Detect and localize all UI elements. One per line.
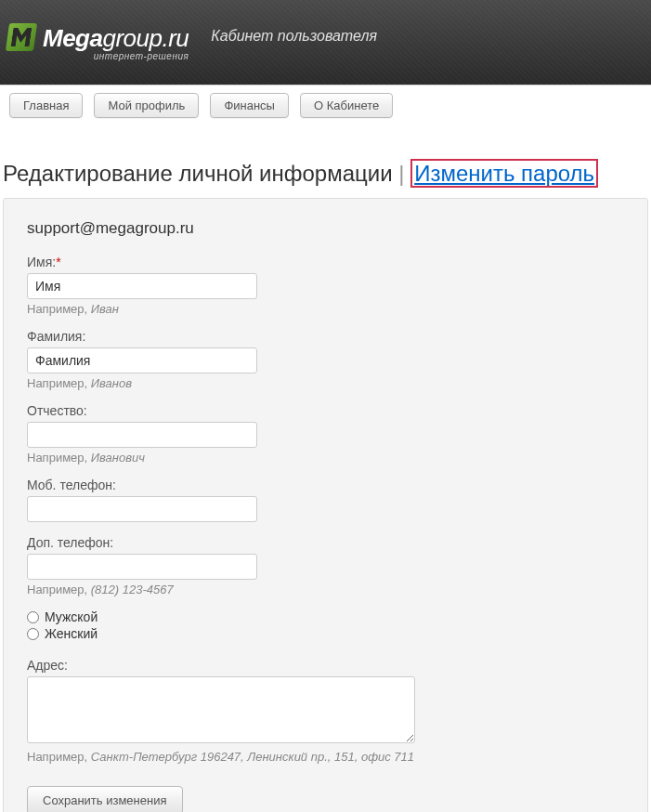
patronymic-group: Отчество: Например, Иванович [27, 403, 624, 465]
last-name-group: Фамилия: Например, Иванов [27, 329, 624, 390]
email-display: support@megagroup.ru [27, 219, 624, 238]
logo-block: Megagroup.ru интернет-решения [43, 24, 189, 61]
mobile-phone-input[interactable] [27, 496, 257, 522]
change-password-link[interactable]: Изменить пароль [410, 159, 598, 188]
gender-group: Мужской Женский [27, 609, 624, 641]
patronymic-hint: Например, Иванович [27, 451, 624, 465]
gender-male-row: Мужской [27, 609, 624, 624]
header: Megagroup.ru интернет-решения Кабинет по… [0, 0, 651, 85]
logo-rest: group.ru [102, 24, 189, 52]
address-input[interactable] [27, 676, 415, 743]
additional-phone-label: Доп. телефон: [27, 535, 624, 550]
logo-text: Megagroup.ru [43, 24, 189, 53]
address-label: Адрес: [27, 658, 624, 673]
first-name-label: Имя:* [27, 255, 624, 269]
additional-phone-input[interactable] [27, 554, 257, 580]
nav-finance-button[interactable]: Финансы [210, 93, 289, 118]
additional-phone-hint: Например, (812) 123-4567 [27, 583, 624, 596]
mobile-phone-label: Моб. телефон: [27, 478, 624, 492]
page-title-row: Редактирование личной информации | Измен… [0, 125, 651, 198]
first-name-hint: Например, Иван [27, 302, 624, 316]
gender-female-row: Женский [27, 626, 624, 641]
mobile-phone-group: Моб. телефон: [27, 478, 624, 522]
nav-bar: Главная Мой профиль Финансы О Кабинете [0, 85, 651, 125]
nav-home-button[interactable]: Главная [9, 93, 83, 118]
required-mark: * [56, 255, 60, 269]
address-hint: Например, Санкт-Петербург 196247, Ленинс… [27, 750, 624, 764]
logo-main: Mega [43, 24, 102, 52]
gender-female-radio[interactable] [27, 628, 39, 640]
patronymic-input[interactable] [27, 422, 257, 448]
nav-about-button[interactable]: О Кабинете [300, 93, 393, 118]
form-panel: support@megagroup.ru Имя:* Например, Ива… [3, 198, 648, 812]
patronymic-label: Отчество: [27, 403, 624, 418]
additional-phone-group: Доп. телефон: Например, (812) 123-4567 [27, 535, 624, 596]
last-name-hint: Например, Иванов [27, 376, 624, 390]
first-name-input[interactable] [27, 273, 257, 299]
gender-female-label: Женский [45, 626, 98, 641]
last-name-label: Фамилия: [27, 329, 624, 344]
title-separator: | [398, 161, 404, 186]
first-name-group: Имя:* Например, Иван [27, 255, 624, 316]
last-name-input[interactable] [27, 347, 257, 373]
save-button[interactable]: Сохранить изменения [27, 786, 183, 812]
address-group: Адрес: Например, Санкт-Петербург 196247,… [27, 658, 624, 764]
logo-subtitle: интернет-решения [43, 51, 189, 61]
nav-profile-button[interactable]: Мой профиль [94, 93, 199, 118]
gender-male-radio[interactable] [27, 611, 39, 623]
header-tagline: Кабинет пользователя [211, 28, 377, 45]
logo-icon [6, 23, 37, 51]
page-title: Редактирование личной информации [3, 161, 393, 186]
gender-male-label: Мужской [45, 609, 98, 624]
